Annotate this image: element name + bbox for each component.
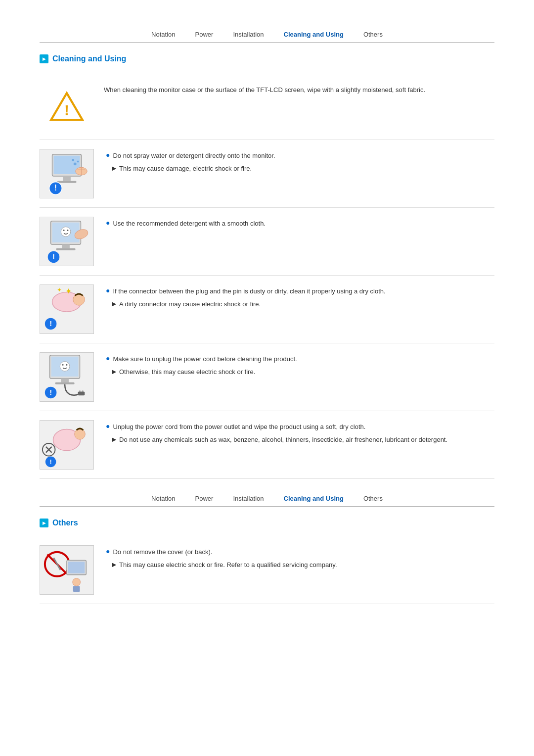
nav-notation[interactable]: Notation xyxy=(149,30,177,39)
svg-text:!: ! xyxy=(49,388,52,396)
others-subtext-1: This may cause electric shock or fire. R… xyxy=(119,560,337,570)
cleaning-row-1: ! When cleaning the monitor case or the … xyxy=(40,72,494,140)
others-row-1: ● Do not remove the cover (or back). ▶ T… xyxy=(40,536,494,604)
svg-point-43 xyxy=(75,429,86,440)
svg-rect-55 xyxy=(73,586,80,592)
svg-point-18 xyxy=(67,230,68,231)
others-img-1 xyxy=(40,545,94,595)
nav-installation[interactable]: Installation xyxy=(231,30,266,39)
svg-rect-20 xyxy=(56,248,75,250)
cleaning-img-5: ! xyxy=(40,352,94,402)
svg-rect-4 xyxy=(63,176,71,181)
bottom-nav-power[interactable]: Power xyxy=(193,494,216,503)
nav-cleaning[interactable]: Cleaning and Using xyxy=(282,30,346,39)
cleaning-section-icon xyxy=(40,54,48,63)
cleaning-text-2: Do not spray water or detergent directly… xyxy=(113,151,275,161)
others-sub-arrow-1: ▶ xyxy=(112,561,116,568)
bottom-nav-notation[interactable]: Notation xyxy=(149,494,177,503)
cleaning-img-4: ! ✦ ✦ xyxy=(40,284,94,334)
svg-point-34 xyxy=(66,364,68,366)
svg-rect-35 xyxy=(61,378,69,382)
bottom-nav-others[interactable]: Others xyxy=(361,494,385,503)
bullet-dot-3: ● xyxy=(106,219,110,227)
cleaning-subtext-2: This may cause damage, electric shock or… xyxy=(119,164,252,174)
svg-text:!: ! xyxy=(49,458,51,466)
svg-rect-36 xyxy=(55,382,74,384)
svg-text:!: ! xyxy=(52,253,55,261)
svg-point-54 xyxy=(73,578,81,586)
svg-text:!: ! xyxy=(49,320,52,328)
bullet-dot-2: ● xyxy=(106,151,110,159)
cleaning-content-6: ● Unplug the power cord from the power o… xyxy=(104,420,494,444)
svg-text:!: ! xyxy=(54,184,57,192)
cleaning-content-2: ● Do not spray water or detergent direct… xyxy=(104,149,494,173)
cleaning-subtext-4: A dirty connector may cause electric sho… xyxy=(119,299,261,309)
svg-text:!: ! xyxy=(64,102,69,118)
sub-arrow-5: ▶ xyxy=(112,368,116,375)
cleaning-row-5: ! ● Make sure to unplug the power cord b… xyxy=(40,343,494,411)
cleaning-text-5: Make sure to unplug the power cord befor… xyxy=(113,354,297,364)
cleaning-section-title: Cleaning and Using xyxy=(52,54,126,63)
cleaning-text-4: If the connector between the plug and th… xyxy=(113,286,385,296)
nav-others[interactable]: Others xyxy=(361,30,385,39)
others-section-title: Others xyxy=(52,519,78,527)
svg-point-17 xyxy=(63,230,65,231)
svg-point-25 xyxy=(73,294,85,306)
svg-point-33 xyxy=(62,364,64,366)
sub-arrow-2: ▶ xyxy=(112,165,116,172)
warning-triangle-image: ! xyxy=(40,81,94,131)
cleaning-subtext-5: Otherwise, this may cause electric shock… xyxy=(119,367,255,377)
top-nav-bar: Notation Power Installation Cleaning and… xyxy=(40,30,494,43)
others-section-header: Others xyxy=(40,519,494,527)
cleaning-section-header: Cleaning and Using xyxy=(40,54,494,63)
cleaning-text-3: Use the recommended detergent with a smo… xyxy=(113,219,266,229)
cleaning-content-5: ● Make sure to unplug the power cord bef… xyxy=(104,352,494,377)
others-section-icon xyxy=(40,519,48,527)
cleaning-content-4: ● If the connector between the plug and … xyxy=(104,284,494,309)
svg-text:✦: ✦ xyxy=(65,287,72,295)
cleaning-row-3: ! ● Use the recommended detergent with a… xyxy=(40,208,494,276)
bullet-dot-5: ● xyxy=(106,354,110,362)
bullet-dot-6: ● xyxy=(106,422,110,430)
cleaning-text-6: Unplug the power cord from the power out… xyxy=(113,422,365,432)
bottom-nav-bar: Notation Power Installation Cleaning and… xyxy=(40,494,494,507)
svg-line-51 xyxy=(53,558,60,570)
cleaning-row-4: ! ✦ ✦ ● If the connector between the plu… xyxy=(40,276,494,343)
others-content-1: ● Do not remove the cover (or back). ▶ T… xyxy=(104,545,494,569)
nav-power[interactable]: Power xyxy=(193,30,216,39)
cleaning-subtext-6: Do not use any chemicals such as wax, be… xyxy=(119,435,447,445)
cleaning-intro-text: When cleaning the monitor case or the su… xyxy=(104,81,494,95)
svg-rect-19 xyxy=(62,244,70,248)
svg-point-11 xyxy=(74,162,77,165)
others-bullet-dot-1: ● xyxy=(106,547,110,555)
cleaning-content-3: ● Use the recommended detergent with a s… xyxy=(104,217,494,232)
others-text-1: Do not remove the cover (or back). xyxy=(113,547,212,557)
cleaning-row-2: ! ● Do not spray water or detergent dire… xyxy=(40,140,494,208)
svg-point-13 xyxy=(72,159,74,161)
svg-rect-5 xyxy=(57,181,76,183)
svg-point-32 xyxy=(60,362,70,372)
cleaning-img-3: ! xyxy=(40,217,94,266)
cleaning-img-6: ! xyxy=(40,420,94,470)
svg-point-16 xyxy=(61,227,71,237)
bottom-nav-installation[interactable]: Installation xyxy=(231,494,266,503)
sub-arrow-4: ▶ xyxy=(112,300,116,307)
bullet-dot-4: ● xyxy=(106,286,110,294)
svg-rect-37 xyxy=(78,391,85,395)
bottom-nav-cleaning[interactable]: Cleaning and Using xyxy=(282,494,346,503)
svg-rect-53 xyxy=(68,562,85,573)
sub-arrow-6: ▶ xyxy=(112,436,116,443)
svg-point-12 xyxy=(77,160,79,162)
svg-text:✦: ✦ xyxy=(57,286,62,293)
cleaning-row-6: ! ● Unplug the power cord from the power… xyxy=(40,411,494,479)
cleaning-img-2: ! xyxy=(40,149,94,198)
